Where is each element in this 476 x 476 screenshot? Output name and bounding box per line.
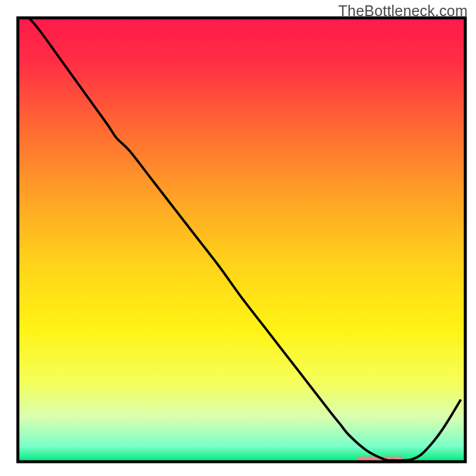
watermark-text: TheBottleneck.com bbox=[339, 2, 468, 20]
chart-svg bbox=[0, 0, 476, 476]
plot-background bbox=[18, 18, 465, 462]
bottleneck-chart: TheBottleneck.com bbox=[0, 0, 476, 476]
